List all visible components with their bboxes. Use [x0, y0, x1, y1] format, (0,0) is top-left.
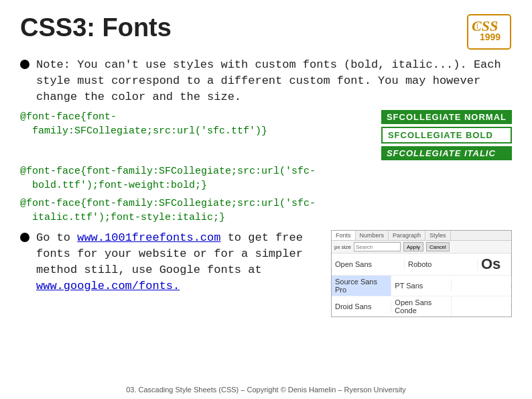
code-section-1: @font-face{font- family:SFCollegiate;src… [20, 110, 512, 160]
svg-text:1999: 1999 [480, 32, 501, 42]
bullet-2-text: Go to www.1001freefonts.com to get free … [36, 230, 321, 294]
font-preview-tabs: Fonts Numbers Paragraph Styles [332, 231, 511, 241]
slide-content: Note: You can't use styles with custom f… [20, 57, 512, 317]
font-grid: Open Sans Roboto Os Source Sans Pro PT S… [332, 253, 511, 317]
svg-text:{: { [476, 21, 479, 30]
code-1-indent: family:SFCollegiate;src:url('sfc.ttf')} [20, 125, 267, 137]
bullet-2-section: Go to www.1001freefonts.com to get free … [20, 230, 512, 317]
bullet-1-marker [20, 60, 29, 69]
font-row2-col3 [452, 284, 511, 288]
font-preview-box: Fonts Numbers Paragraph Styles px size A… [331, 230, 512, 317]
font-row3-col1: Droid Sans [332, 300, 391, 312]
svg-text:}: } [494, 21, 498, 30]
footer: 03. Cascading Style Sheets (CSS) – Copyr… [0, 386, 532, 394]
toolbar-search[interactable] [354, 242, 401, 251]
font-row2-col1: Source Sans Pro [332, 276, 391, 296]
tab-paragraph[interactable]: Paragraph [389, 231, 425, 240]
bullet-1-text: Note: You can't use styles with custom f… [36, 57, 512, 105]
toolbar-cancel-btn[interactable]: Cancel [426, 242, 450, 251]
tab-styles[interactable]: Styles [425, 231, 451, 240]
code-block-3: @font-face{font-family:SFCollegiate;src:… [20, 196, 512, 225]
font-grid-row-3: Droid Sans Open Sans Conde [332, 296, 511, 317]
css-logo: CSS { } 1999 [466, 13, 512, 50]
code-3-line2: italic.ttf');font-style:italic;} [20, 212, 225, 223]
tab-numbers[interactable]: Numbers [356, 231, 389, 240]
font-grid-row-1: Open Sans Roboto Os [332, 253, 511, 276]
font-row1-col3: Os [478, 253, 511, 275]
bullet-2-container: Go to www.1001freefonts.com to get free … [20, 230, 321, 294]
toolbar-label-size: px size [334, 244, 351, 250]
font-row2-col2: PT Sans [391, 280, 451, 292]
code-1-line1: @font-face{font- [20, 111, 117, 123]
code-2-line1: @font-face{font-family:SFCollegiate;src:… [20, 166, 316, 177]
code-2-line2: bold.ttf');font-weight:bold;} [20, 180, 207, 191]
font-row3-col3 [452, 304, 511, 308]
code-block-1-container: @font-face{font- family:SFCollegiate;src… [20, 110, 371, 138]
font-row1-col2: Roboto [405, 258, 478, 270]
slide: CSS3: Fonts CSS { } 1999 Note: You can't… [0, 0, 532, 399]
font-grid-row-2: Source Sans Pro PT Sans [332, 276, 511, 296]
code-block-1: @font-face{font- family:SFCollegiate;src… [20, 110, 371, 138]
font-preview-toolbar: px size Apply Cancel [332, 241, 511, 253]
badge-bold: SFCollegiate bold [381, 127, 512, 144]
bullet-2-link-2[interactable]: www.google.com/fonts. [36, 280, 180, 292]
font-row1-col1: Open Sans [332, 258, 405, 270]
toolbar-apply-btn[interactable]: Apply [403, 242, 423, 251]
bullet-1: Note: You can't use styles with custom f… [20, 57, 512, 105]
badge-normal: SFCollegiate Normal [381, 110, 512, 124]
bullet-2-link-1[interactable]: www.1001freefonts.com [77, 231, 220, 244]
code-3-line1: @font-face{font-family:SFCollegiate;src:… [20, 198, 316, 209]
bullet-2-text-1: Go to [36, 231, 77, 244]
slide-header: CSS3: Fonts CSS { } 1999 [20, 13, 512, 50]
code-block-2: @font-face{font-family:SFCollegiate;src:… [20, 164, 512, 192]
tab-fonts[interactable]: Fonts [332, 231, 356, 240]
badge-italic: SFCollegiate italic [381, 146, 512, 160]
font-row3-col2: Open Sans Conde [391, 296, 451, 317]
bullet-2-marker [20, 233, 29, 242]
badge-column: SFCollegiate Normal SFCollegiate bold SF… [381, 110, 512, 160]
slide-title: CSS3: Fonts [20, 13, 172, 42]
